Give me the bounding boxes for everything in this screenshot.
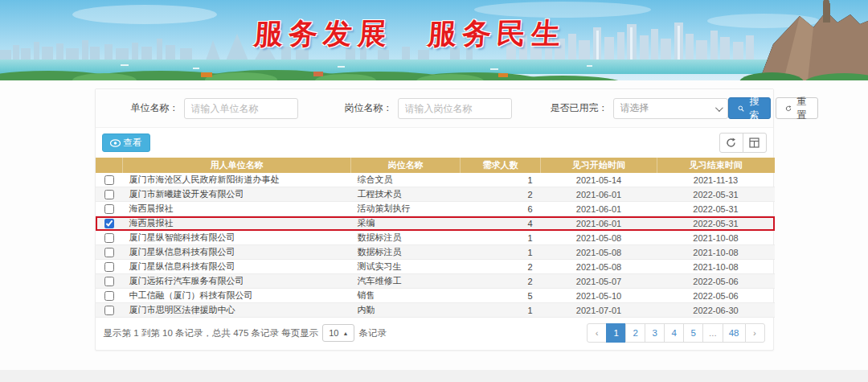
pagination-page-5[interactable]: 5 — [683, 323, 703, 343]
position-cell: 销售 — [351, 289, 461, 303]
row-checkbox[interactable] — [104, 291, 114, 301]
page-size-dropdown[interactable]: 10 ▲ — [322, 324, 354, 342]
pagination-page-48[interactable]: 48 — [723, 323, 746, 343]
pagination-page-3[interactable]: 3 — [645, 323, 665, 343]
pagination-ellipsis[interactable]: ... — [702, 323, 723, 343]
table-header: 用人单位名称岗位名称需求人数见习开始时间见习结束时间 — [96, 158, 775, 173]
row-checkbox[interactable] — [104, 204, 114, 214]
page-size-value: 10 — [329, 328, 338, 338]
banner-slogan-right: 服务民生 — [426, 14, 567, 54]
count-cell: 5 — [461, 289, 541, 303]
summary-left-text: 显示第 1 到第 10 条记录，总共 475 条记录 每页显示 — [104, 327, 319, 339]
pagination-page-2[interactable]: 2 — [625, 323, 645, 343]
row-checkbox[interactable] — [104, 233, 114, 243]
start-cell: 2021-06-01 — [541, 187, 657, 202]
refresh-table-button[interactable] — [719, 133, 743, 153]
column-header[interactable]: 见习开始时间 — [541, 158, 657, 173]
row-checkbox[interactable] — [104, 190, 114, 199]
pagination-next[interactable]: › — [745, 323, 765, 343]
row-checkbox[interactable] — [104, 306, 114, 315]
refresh-icon — [726, 138, 736, 148]
count-cell: 2 — [461, 260, 541, 274]
chevron-down-icon — [714, 104, 723, 112]
row-checkbox[interactable] — [104, 219, 114, 228]
position-name-input[interactable] — [398, 98, 512, 119]
table-row[interactable]: 厦门星纵信息科技有限公司数据标注员12021-05-082021-10-08 — [96, 245, 775, 260]
employer-cell: 厦门星纵智能科技有限公司 — [123, 231, 351, 245]
row-checkbox[interactable] — [104, 277, 114, 286]
view-button[interactable]: 查看 — [102, 133, 150, 152]
search-icon — [738, 104, 744, 113]
pagination-page-4[interactable]: 4 — [664, 323, 684, 343]
position-cell: 测试实习生 — [351, 260, 461, 274]
start-cell: 2021-07-01 — [541, 303, 657, 318]
table-toolbar: 查看 — [96, 128, 773, 158]
used-up-select[interactable]: 请选择 — [613, 98, 728, 119]
start-cell: 2021-05-08 — [541, 231, 657, 245]
columns-toggle-button[interactable] — [743, 133, 767, 153]
count-cell: 1 — [461, 173, 541, 187]
unit-name-input[interactable] — [184, 98, 298, 119]
table-row[interactable]: 厦门市新曦建设开发有限公司工程技术员22021-06-012022-05-31 — [96, 187, 775, 202]
table-row[interactable]: 厦门星纵智能科技有限公司数据标注员12021-05-082021-10-08 — [96, 231, 775, 245]
count-cell: 6 — [461, 202, 541, 216]
view-button-label: 查看 — [124, 137, 142, 149]
position-cell: 内勤 — [351, 303, 461, 318]
page-bottom-strip — [0, 370, 868, 382]
employer-cell: 厦门市新曦建设开发有限公司 — [123, 187, 351, 202]
position-cell: 活动策划执行 — [351, 202, 461, 216]
row-checkbox-cell — [96, 274, 123, 289]
count-cell: 2 — [461, 274, 541, 289]
unit-filter-group: 单位名称： — [131, 98, 298, 119]
row-checkbox[interactable] — [104, 248, 114, 257]
start-cell: 2021-05-10 — [541, 289, 657, 303]
pagination-prev[interactable]: ‹ — [587, 323, 607, 343]
table-row[interactable]: 厦门远拓行汽车服务有限公司汽车维修工22021-05-072022-05-06 — [96, 274, 775, 289]
employer-cell: 厦门市思明区法律援助中心 — [123, 303, 351, 318]
records-summary: 显示第 1 到第 10 条记录，总共 475 条记录 每页显示 10 ▲ 条记录 — [104, 324, 387, 342]
column-header[interactable]: 见习结束时间 — [657, 158, 775, 173]
end-cell: 2022-05-06 — [657, 289, 775, 303]
table-row[interactable]: 厦门星纵信息科技有限公司测试实习生22021-05-082021-10-08 — [96, 260, 775, 274]
eye-icon — [110, 139, 121, 147]
count-cell: 1 — [461, 231, 541, 245]
header-checkbox-column — [96, 158, 123, 173]
count-cell: 4 — [461, 216, 541, 231]
end-cell: 2021-10-08 — [657, 260, 775, 274]
start-cell: 2021-05-14 — [541, 173, 657, 187]
column-header[interactable]: 需求人数 — [461, 158, 541, 173]
position-cell: 数据标注员 — [351, 231, 461, 245]
table-row[interactable]: 海西晨报社活动策划执行62021-06-012022-05-31 — [96, 202, 775, 216]
table-row-selected[interactable]: 海西晨报社采编42021-06-012022-05-31 — [96, 216, 775, 231]
columns-grid-icon — [749, 138, 760, 148]
start-cell: 2021-05-08 — [541, 245, 657, 260]
end-cell: 2021-11-13 — [657, 173, 775, 187]
position-cell: 工程技术员 — [351, 187, 461, 202]
listings-table: 用人单位名称岗位名称需求人数见习开始时间见习结束时间 厦门市海沧区人民政府新阳街… — [96, 158, 775, 318]
row-checkbox[interactable] — [104, 262, 114, 272]
end-cell: 2021-10-08 — [657, 245, 775, 260]
end-cell: 2022-05-31 — [657, 216, 775, 231]
start-cell: 2021-05-07 — [541, 274, 657, 289]
row-checkbox-cell — [96, 289, 123, 303]
reset-button[interactable]: 重置 — [776, 97, 818, 119]
end-cell: 2022-05-06 — [657, 274, 775, 289]
end-cell: 2022-06-30 — [657, 303, 775, 318]
table-row[interactable]: 厦门市思明区法律援助中心内勤12021-07-012022-06-30 — [96, 303, 775, 318]
start-cell: 2021-06-01 — [541, 216, 657, 231]
row-checkbox[interactable] — [104, 175, 114, 185]
row-checkbox-cell — [96, 187, 123, 202]
search-button[interactable]: 搜索 — [728, 97, 771, 119]
position-cell: 数据标注员 — [351, 245, 461, 260]
table-row[interactable]: 厦门市海沧区人民政府新阳街道办事处综合文员12021-05-142021-11-… — [96, 173, 775, 187]
table-row[interactable]: 中工信融（厦门）科技有限公司销售52021-05-102022-05-06 — [96, 289, 775, 303]
employer-cell: 厦门远拓行汽车服务有限公司 — [123, 274, 351, 289]
column-header[interactable]: 用人单位名称 — [123, 158, 351, 173]
used-up-select-value: 请选择 — [620, 101, 649, 115]
pagination-page-1[interactable]: 1 — [606, 323, 626, 343]
used-up-label: 是否已用完： — [551, 101, 608, 115]
summary-right-text: 条记录 — [358, 327, 387, 339]
column-header[interactable]: 岗位名称 — [351, 158, 461, 173]
employer-cell: 厦门星纵信息科技有限公司 — [123, 245, 351, 260]
table-footer: 显示第 1 到第 10 条记录，总共 475 条记录 每页显示 10 ▲ 条记录… — [96, 318, 773, 350]
